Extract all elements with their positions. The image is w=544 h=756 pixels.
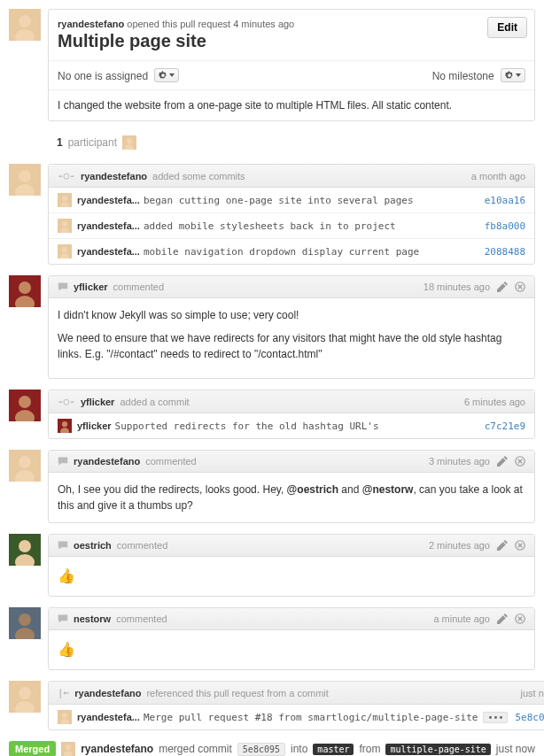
avatar[interactable] <box>9 9 41 41</box>
merged-commit[interactable]: 5e8c095 <box>237 743 285 756</box>
participants: 1 participant <box>48 132 136 153</box>
avatar[interactable] <box>9 450 41 482</box>
commit-user[interactable]: ryandestefa... <box>77 195 140 205</box>
pr-title: Multiple page site <box>49 29 303 60</box>
commit-user[interactable]: ryandestefa... <box>77 246 140 257</box>
close-icon[interactable] <box>515 540 525 551</box>
commits-author[interactable]: ryandestefano <box>81 171 147 181</box>
commits-action: added some commits <box>152 171 245 181</box>
commit-message[interactable]: added mobile stylesheets back in to proj… <box>144 220 478 232</box>
close-icon[interactable] <box>515 456 525 467</box>
commits-box: |←ryandestefanoreferenced this pull requ… <box>48 681 544 730</box>
close-icon[interactable] <box>515 613 525 624</box>
comment-time: 18 minutes ago <box>424 282 490 292</box>
avatar[interactable] <box>9 681 41 713</box>
comment-author[interactable]: nestorw <box>74 613 111 624</box>
milestone-text: No milestone <box>432 70 494 82</box>
comment-author[interactable]: oestrich <box>74 540 112 551</box>
commit-hash[interactable]: c7c21e9 <box>485 420 525 432</box>
pencil-icon[interactable] <box>497 456 508 467</box>
commits-time: a month ago <box>471 171 525 181</box>
comment-body: 👍 <box>49 630 534 669</box>
comment-body: 👍 <box>49 557 534 596</box>
commit-row: ryandestefa... added mobile stylesheets … <box>49 212 534 238</box>
avatar[interactable] <box>9 164 41 196</box>
comment-action: commented <box>113 282 164 292</box>
avatar[interactable] <box>9 275 41 307</box>
svg-point-44 <box>62 713 67 718</box>
comment-author[interactable]: yflicker <box>74 282 108 292</box>
merged-target[interactable]: master <box>313 744 354 755</box>
commit-message[interactable]: Merge pull request #18 from smartlogic/m… <box>144 712 509 723</box>
commit-user[interactable]: yflicker <box>77 420 112 431</box>
comment-action: commented <box>116 613 167 624</box>
comment-body: I didn't know Jekyll was so simple to us… <box>49 298 534 378</box>
close-icon[interactable] <box>515 282 525 292</box>
commits-box: -○-yflickeradded a commit 6 minutes ago … <box>48 390 535 439</box>
pencil-icon[interactable] <box>497 282 508 292</box>
commit-hash[interactable]: 2088488 <box>485 246 525 258</box>
commits-author[interactable]: yflicker <box>81 397 115 407</box>
avatar[interactable] <box>61 742 75 756</box>
comment-action: commented <box>117 540 167 551</box>
commit-hash[interactable]: 5e8c095 <box>515 712 544 723</box>
assignee-gear[interactable] <box>154 68 179 82</box>
commit-message[interactable]: began cutting one-page site into several… <box>144 195 478 206</box>
comment-body: Oh, I see you did the redirects, looks g… <box>49 473 534 522</box>
avatar[interactable] <box>9 390 41 421</box>
commits-action: added a commit <box>120 397 189 407</box>
avatar[interactable] <box>9 534 41 566</box>
comment-time: a minute ago <box>433 613 490 624</box>
merged-source[interactable]: multiple-page-site <box>385 744 490 755</box>
edit-button[interactable]: Edit <box>487 17 527 38</box>
milestone-gear[interactable] <box>501 68 525 82</box>
svg-point-41 <box>19 687 31 699</box>
avatar[interactable] <box>58 710 72 724</box>
reference-icon: |← <box>58 687 69 698</box>
commit-hash[interactable]: fb8a000 <box>485 220 525 232</box>
pencil-icon[interactable] <box>497 613 508 624</box>
commit-row: ryandestefa... began cutting one-page si… <box>49 188 534 212</box>
svg-point-23 <box>19 396 31 408</box>
pr-opened-text: opened this pull request <box>127 19 230 29</box>
commits-time: just now <box>520 688 544 698</box>
commit-message[interactable]: mobile navigation dropdown display curre… <box>144 246 478 258</box>
thumbs-up-icon: 👍 <box>58 642 75 657</box>
commits-author[interactable]: ryandestefano <box>74 688 141 698</box>
participant-avatar[interactable] <box>122 135 136 150</box>
avatar[interactable] <box>58 219 72 233</box>
avatar[interactable] <box>58 193 72 207</box>
comment-icon <box>58 456 68 467</box>
comment-icon <box>58 282 68 292</box>
svg-point-10 <box>62 196 67 201</box>
commit-message[interactable]: Supported redirects for the old hashtag … <box>115 420 478 432</box>
commit-hash[interactable]: e10aa16 <box>485 195 525 206</box>
assignee-text: No one is assigned <box>58 70 148 82</box>
commit-icon: -○- <box>58 396 75 407</box>
pencil-icon[interactable] <box>497 540 508 551</box>
avatar[interactable] <box>9 607 41 639</box>
merged-author[interactable]: ryandestefano <box>81 743 153 755</box>
comment-icon <box>58 613 68 624</box>
avatar[interactable] <box>58 419 72 433</box>
svg-point-16 <box>62 247 67 252</box>
commit-user[interactable]: ryandestefa... <box>77 220 140 231</box>
thumbs-up-icon: 👍 <box>58 568 75 583</box>
svg-point-37 <box>19 613 31 626</box>
merged-badge: Merged <box>9 741 56 756</box>
merged-row: Merged ryandestefano merged commit 5e8c0… <box>9 741 535 756</box>
commit-user[interactable]: ryandestefa... <box>77 712 140 722</box>
comment-author[interactable]: ryandestefano <box>74 456 140 467</box>
ellipsis-icon[interactable]: ••• <box>483 712 508 723</box>
commit-icon: -○- <box>58 170 75 181</box>
pr-author[interactable]: ryandestefano <box>58 19 124 29</box>
commit-row: ryandestefa... Merge pull request #18 fr… <box>49 705 544 729</box>
avatar[interactable] <box>58 244 72 258</box>
svg-point-4 <box>127 138 132 143</box>
commit-row: ryandestefa... mobile navigation dropdow… <box>49 238 534 264</box>
comment-box: ryandestefanocommented 3 minutes ago Oh,… <box>48 450 535 523</box>
commit-row: yflicker Supported redirects for the old… <box>49 413 534 438</box>
svg-point-29 <box>19 456 31 468</box>
svg-point-7 <box>19 170 31 182</box>
comment-time: 2 minutes ago <box>429 540 490 551</box>
